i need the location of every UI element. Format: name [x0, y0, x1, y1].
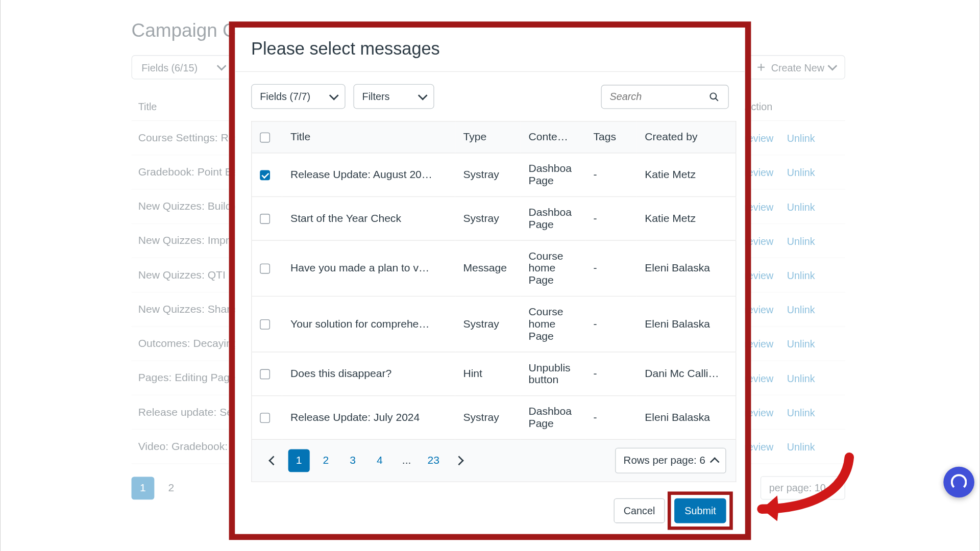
row-title: Does this disappear?: [282, 352, 455, 396]
row-checkbox-cell[interactable]: [252, 296, 283, 352]
row-type: Systray: [455, 153, 521, 197]
row-context: Dashboa Page: [521, 153, 585, 197]
row-type: Hint: [455, 352, 521, 396]
fields-dropdown[interactable]: Fields (7/7): [251, 84, 346, 109]
pager-page[interactable]: 3: [342, 449, 363, 472]
row-created-by: Dani Mc Calli…: [636, 352, 736, 396]
row-checkbox-cell[interactable]: [252, 396, 283, 440]
row-type: Systray: [455, 296, 521, 352]
pager-ellipsis: ...: [396, 449, 417, 472]
row-context: Course home Page: [521, 240, 585, 296]
table-row: Release Update: August 20… Systray Dashb…: [252, 153, 736, 197]
row-title: Release Update: July 2024: [282, 396, 455, 440]
pager-page[interactable]: 2: [315, 449, 336, 472]
row-context: Unpublis button: [521, 352, 585, 396]
row-type: Systray: [455, 197, 521, 241]
row-title: Your solution for comprehe…: [282, 296, 455, 352]
row-checkbox-cell[interactable]: [252, 197, 283, 241]
search-icon: [708, 90, 720, 103]
modal-title: Please select messages: [251, 38, 729, 59]
row-created-by: Eleni Balaska: [636, 296, 736, 352]
row-title: Release Update: August 20…: [282, 153, 455, 197]
col-type[interactable]: Type: [455, 121, 521, 153]
checkbox-icon: [260, 170, 270, 181]
search-input-wrapper[interactable]: [601, 84, 728, 108]
chevron-down-icon: [419, 93, 425, 100]
row-checkbox-cell[interactable]: [252, 153, 283, 197]
search-input[interactable]: [610, 91, 697, 102]
table-row: Release Update: July 2024 Systray Dashbo…: [252, 396, 736, 440]
pager-prev[interactable]: [261, 449, 283, 472]
col-title[interactable]: Title: [282, 121, 455, 153]
checkbox-icon: [260, 413, 270, 423]
row-context: Dashboa Page: [521, 197, 585, 241]
pager-page[interactable]: 4: [369, 449, 390, 472]
row-tags: -: [585, 153, 637, 197]
col-select-all[interactable]: [252, 121, 283, 153]
annotation-submit-highlight: Submit: [668, 491, 732, 530]
table-row: Does this disappear? Hint Unpublis butto…: [252, 352, 736, 396]
filters-label: Filters: [362, 91, 390, 102]
messages-table: Title Type Conte… Tags Created by Releas…: [251, 121, 736, 440]
chevron-right-icon: [457, 457, 463, 464]
row-created-by: Eleni Balaska: [636, 240, 736, 296]
row-type: Systray: [455, 396, 521, 440]
row-tags: -: [585, 352, 637, 396]
pager-next[interactable]: [450, 449, 471, 472]
modal-controls: Fields (7/7) Filters: [235, 72, 745, 109]
row-title: Have you made a plan to v…: [282, 240, 455, 296]
row-checkbox-cell[interactable]: [252, 240, 283, 296]
table-row: Have you made a plan to v… Message Cours…: [252, 240, 736, 296]
row-created-by: Eleni Balaska: [636, 396, 736, 440]
row-checkbox-cell[interactable]: [252, 352, 283, 396]
row-type: Message: [455, 240, 521, 296]
pager-page[interactable]: 23: [423, 449, 444, 472]
modal-pagination-bar: 1234...23 Rows per page: 6: [251, 440, 736, 482]
annotation-highlight-box: Please select messages Fields (7/7) Filt…: [229, 21, 751, 540]
modal-pagination: 1234...23: [261, 449, 471, 472]
col-tags[interactable]: Tags: [585, 121, 637, 153]
modal-header: Please select messages: [235, 28, 745, 72]
checkbox-icon: [260, 264, 270, 274]
row-context: Course home Page: [521, 296, 585, 352]
row-created-by: Katie Metz: [636, 153, 736, 197]
rpp-label: Rows per page: 6: [624, 455, 705, 467]
row-tags: -: [585, 197, 637, 241]
chevron-left-icon: [268, 457, 275, 464]
row-tags: -: [585, 240, 637, 296]
checkbox-icon: [260, 214, 270, 224]
col-created-by[interactable]: Created by: [636, 121, 736, 153]
modal-actions: Cancel Submit: [235, 482, 745, 530]
row-tags: -: [585, 396, 637, 440]
submit-button[interactable]: Submit: [675, 498, 726, 523]
table-row: Your solution for comprehe… Systray Cour…: [252, 296, 736, 352]
pager-page[interactable]: 1: [288, 449, 310, 472]
svg-point-0: [710, 93, 716, 99]
row-context: Dashboa Page: [521, 396, 585, 440]
col-context[interactable]: Conte…: [521, 121, 585, 153]
checkbox-icon: [260, 319, 270, 330]
filters-dropdown[interactable]: Filters: [353, 84, 434, 109]
checkbox-icon: [260, 133, 270, 143]
help-bubble-button[interactable]: [943, 467, 974, 498]
fields-label: Fields (7/7): [260, 91, 310, 102]
select-messages-modal: Please select messages Fields (7/7) Filt…: [235, 28, 745, 534]
table-row: Start of the Year Check Systray Dashboa …: [252, 197, 736, 241]
checkbox-icon: [260, 369, 270, 380]
row-created-by: Katie Metz: [636, 197, 736, 241]
rows-per-page-dropdown[interactable]: Rows per page: 6: [615, 448, 726, 473]
row-tags: -: [585, 296, 637, 352]
chevron-down-icon: [330, 93, 336, 100]
row-title: Start of the Year Check: [282, 197, 455, 241]
cancel-button[interactable]: Cancel: [614, 498, 665, 523]
chevron-up-icon: [710, 457, 717, 464]
